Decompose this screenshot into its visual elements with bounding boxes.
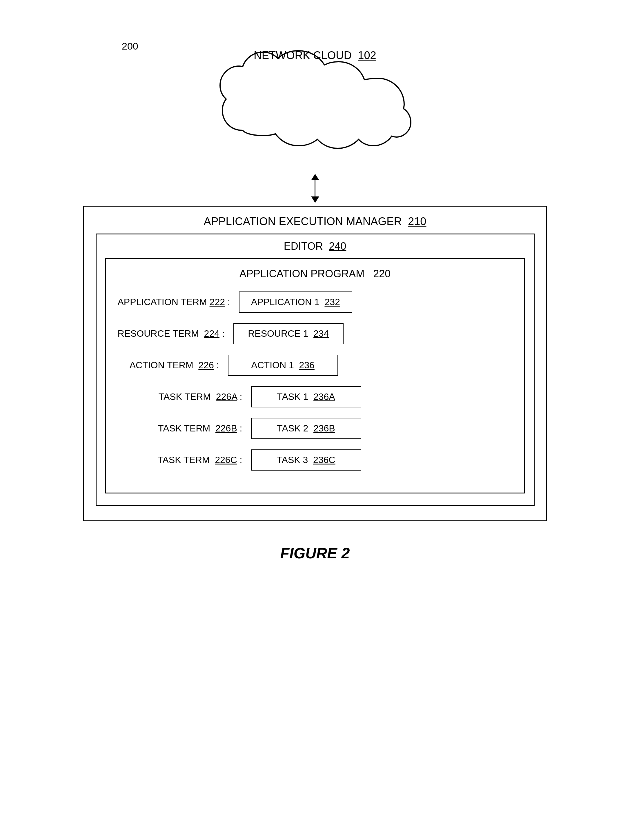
aem-title: APPLICATION EXECUTION MANAGER 210 <box>96 215 535 228</box>
term-row-task-c: TASK TERM 226C : TASK 3 236C <box>141 449 513 471</box>
task-c-term-label: TASK TERM 226C : <box>141 455 251 465</box>
figure-caption: FIGURE 2 <box>280 545 350 562</box>
arrow-head-down <box>311 196 319 203</box>
task-b-term-label: TASK TERM 226B : <box>141 423 251 434</box>
resource-term-label: RESOURCE TERM 224 : <box>118 328 233 339</box>
editor-title-ref: 240 <box>329 240 346 252</box>
app-program-title-ref: 220 <box>373 268 391 279</box>
connector-line <box>315 180 315 196</box>
diagram-label-200: 200 <box>122 41 138 52</box>
action-term-label: ACTION TERM 226 : <box>118 360 228 371</box>
cloud-section: 200 NETWORK CLOUD 102 <box>58 23 572 159</box>
aem-box: APPLICATION EXECUTION MANAGER 210 EDITOR… <box>83 206 547 521</box>
cloud-wrapper: NETWORK CLOUD 102 <box>185 32 446 159</box>
editor-title-text: EDITOR <box>284 240 323 252</box>
cloud-title-text: NETWORK CLOUD <box>254 49 352 62</box>
editor-title: EDITOR 240 <box>105 240 525 253</box>
cloud-title-ref: 102 <box>358 49 376 62</box>
cloud-title: NETWORK CLOUD 102 <box>254 49 376 62</box>
connector-arrow <box>311 174 319 203</box>
aem-title-ref: 210 <box>408 215 426 227</box>
term-row-action: ACTION TERM 226 : ACTION 1 236 <box>118 355 513 376</box>
arrow-head-up <box>311 174 319 180</box>
task-a-term-box: TASK 1 236A <box>251 386 361 407</box>
task-a-term-label: TASK TERM 226A : <box>141 392 251 402</box>
action-term-box: ACTION 1 236 <box>228 355 338 376</box>
editor-box: EDITOR 240 APPLICATION PROGRAM 220 APPLI… <box>96 234 535 506</box>
app-program-title: APPLICATION PROGRAM 220 <box>118 268 513 280</box>
aem-title-text: APPLICATION EXECUTION MANAGER <box>204 215 402 227</box>
application-term-box: APPLICATION 1 232 <box>239 292 352 313</box>
term-row-resource: RESOURCE TERM 224 : RESOURCE 1 234 <box>118 323 513 344</box>
page-container: 200 NETWORK CLOUD 102 APPLICATION EXECUT… <box>0 0 630 840</box>
term-row-task-a: TASK TERM 226A : TASK 1 236A <box>141 386 513 407</box>
term-row-task-b: TASK TERM 226B : TASK 2 236B <box>141 418 513 439</box>
app-program-title-text: APPLICATION PROGRAM <box>239 268 364 279</box>
app-program-box: APPLICATION PROGRAM 220 APPLICATION TERM… <box>105 258 525 493</box>
application-term-label: APPLICATION TERM 222 : <box>118 297 239 308</box>
task-b-term-box: TASK 2 236B <box>251 418 361 439</box>
term-row-application: APPLICATION TERM 222 : APPLICATION 1 232 <box>118 292 513 313</box>
resource-term-box: RESOURCE 1 234 <box>233 323 343 344</box>
task-c-term-box: TASK 3 236C <box>251 449 361 471</box>
